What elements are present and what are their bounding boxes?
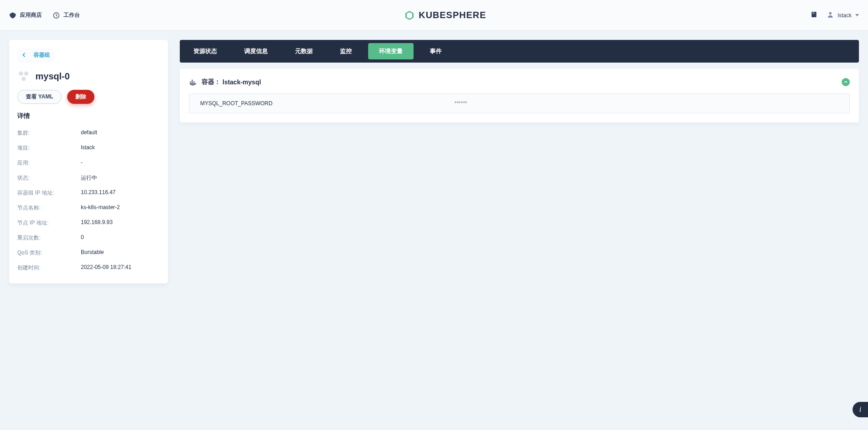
top-bar: 应用商店 工作台 KUBESPHERE lstack [0, 0, 868, 31]
tab-metadata[interactable]: 元数据 [281, 40, 326, 63]
topbar-left: 应用商店 工作台 [9, 11, 80, 19]
nav-app-store[interactable]: 应用商店 [9, 11, 42, 19]
detail-row: 集群:default [17, 126, 160, 141]
detail-value: 2022-05-09 18:27:41 [81, 264, 131, 272]
tab-resource-status[interactable]: 资源状态 [180, 40, 231, 63]
detail-row: 节点名称:ks-k8s-master-2 [17, 200, 160, 215]
tabs: 资源状态 调度信息 元数据 监控 环境变量 事件 [180, 40, 859, 63]
detail-label: 项目: [17, 144, 81, 152]
svg-rect-8 [192, 82, 193, 83]
svg-point-4 [19, 72, 23, 76]
tab-env-vars[interactable]: 环境变量 [368, 43, 414, 59]
view-yaml-button[interactable]: 查看 YAML [17, 90, 62, 104]
topbar-right: lstack [810, 11, 859, 20]
back-link[interactable]: 容器组 [17, 48, 54, 62]
detail-value: - [81, 159, 83, 167]
detail-row: 容器组 IP 地址:10.233.116.47 [17, 186, 160, 200]
nav-app-store-label: 应用商店 [20, 11, 42, 19]
detail-value: ks-k8s-master-2 [81, 204, 120, 212]
brand-text: KUBESPHERE [419, 10, 486, 20]
back-link-label: 容器组 [34, 51, 50, 59]
detail-row: 应用:- [17, 156, 160, 171]
title-row: mysql-0 [17, 70, 160, 83]
detail-row: 状态:运行中 [17, 171, 160, 186]
help-icon: i [859, 406, 861, 414]
user-menu[interactable]: lstack [827, 11, 859, 20]
detail-row: 节点 IP 地址:192.168.9.93 [17, 215, 160, 230]
svg-rect-2 [813, 13, 814, 13]
tab-events[interactable]: 事件 [416, 40, 455, 63]
delete-button[interactable]: 删除 [67, 90, 94, 104]
svg-point-5 [24, 72, 28, 76]
svg-point-6 [21, 77, 25, 81]
user-avatar-icon [827, 11, 834, 20]
tab-monitoring[interactable]: 监控 [326, 40, 365, 63]
brand-logo-icon [404, 10, 415, 21]
detail-row: 重启次数:0 [17, 230, 160, 245]
main-area: 资源状态 调度信息 元数据 监控 环境变量 事件 容器： lstack-mysq… [180, 40, 859, 283]
detail-label: 容器组 IP 地址: [17, 189, 81, 197]
help-float-button[interactable]: i [853, 402, 868, 417]
detail-value: lstack [81, 144, 95, 152]
container-header: 容器： lstack-mysql [189, 78, 850, 86]
chevron-down-icon [855, 14, 859, 16]
detail-value: default [81, 129, 97, 137]
tab-scheduling[interactable]: 调度信息 [231, 40, 281, 63]
env-value: ****** [454, 100, 467, 107]
detail-value: 192.168.9.93 [81, 219, 113, 227]
env-key: MYSQL_ROOT_PASSWORD [200, 100, 454, 107]
svg-rect-1 [812, 12, 817, 17]
svg-rect-7 [190, 82, 191, 83]
action-buttons: 查看 YAML 删除 [17, 90, 160, 104]
brand[interactable]: KUBESPHERE [404, 10, 486, 21]
detail-value: 10.233.116.47 [81, 189, 116, 197]
detail-row: QoS 类别:Burstable [17, 245, 160, 260]
nav-workbench[interactable]: 工作台 [53, 11, 80, 19]
topbar-center: KUBESPHERE [80, 10, 810, 21]
detail-label: 集群: [17, 129, 81, 137]
detail-label: 节点 IP 地址: [17, 219, 81, 227]
env-row: MYSQL_ROOT_PASSWORD ****** [189, 93, 850, 113]
detail-value: 0 [81, 234, 84, 242]
details-heading: 详情 [17, 112, 160, 120]
back-arrow-icon [19, 50, 29, 60]
container-icon [189, 78, 197, 86]
page-body: 容器组 mysql-0 查看 YAML 删除 详情 集群:default 项目:… [0, 31, 868, 293]
doc-icon[interactable] [810, 11, 818, 20]
collapse-toggle[interactable] [842, 78, 850, 86]
env-card: 容器： lstack-mysql MYSQL_ROOT_PASSWORD ***… [180, 69, 859, 122]
detail-row: 创建时间:2022-05-09 18:27:41 [17, 260, 160, 275]
page-title: mysql-0 [35, 71, 70, 82]
detail-label: 状态: [17, 174, 81, 182]
side-panel: 容器组 mysql-0 查看 YAML 删除 详情 集群:default 项目:… [9, 40, 168, 283]
svg-rect-10 [192, 80, 193, 81]
detail-label: QoS 类别: [17, 249, 81, 257]
nav-workbench-label: 工作台 [64, 11, 80, 19]
detail-row: 项目:lstack [17, 141, 160, 156]
workbench-icon [53, 12, 60, 19]
detail-label: 节点名称: [17, 204, 81, 212]
detail-label: 应用: [17, 159, 81, 167]
container-name: lstack-mysql [222, 78, 261, 86]
app-store-icon [9, 12, 16, 19]
details-table: 集群:default 项目:lstack 应用:- 状态:运行中 容器组 IP … [17, 126, 160, 275]
username-label: lstack [838, 12, 852, 19]
svg-point-3 [829, 12, 832, 15]
detail-label: 创建时间: [17, 264, 81, 272]
detail-label: 重启次数: [17, 234, 81, 242]
container-label-prefix: 容器： [202, 78, 221, 86]
svg-rect-9 [193, 82, 195, 83]
detail-value: Burstable [81, 249, 104, 257]
detail-value: 运行中 [81, 174, 97, 182]
pod-icon [17, 70, 30, 83]
